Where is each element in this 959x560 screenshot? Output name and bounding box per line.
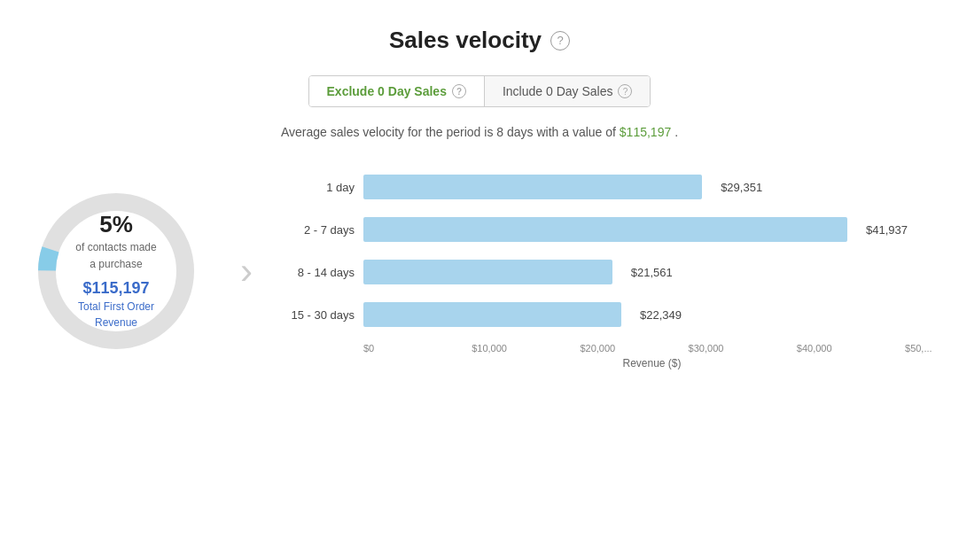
include-0-day-button[interactable]: Include 0 Day Sales ? bbox=[485, 76, 651, 106]
chart-section: 1 day$29,3512 - 7 days$41,9378 - 14 days… bbox=[279, 164, 940, 378]
bar-label: 15 - 30 days bbox=[279, 308, 355, 322]
arrow-section: › bbox=[240, 250, 253, 292]
bar-track: $21,561 bbox=[363, 260, 940, 284]
donut-center: 5% of contacts madea purchase $115,197 T… bbox=[75, 211, 156, 331]
bar-chart-grid: 1 day$29,3512 - 7 days$41,9378 - 14 days… bbox=[279, 173, 940, 329]
x-axis: $0$10,000$20,000$30,000$40,000$50,... bbox=[279, 343, 940, 354]
include-0-day-label: Include 0 Day Sales bbox=[503, 84, 613, 98]
bar-fill: $21,561 bbox=[363, 260, 612, 284]
summary-suffix: . bbox=[674, 125, 678, 139]
bar-value: $41,937 bbox=[866, 223, 908, 237]
bar-value: $21,561 bbox=[631, 266, 673, 279]
bar-fill: $41,937 bbox=[363, 217, 847, 242]
bar-row: 1 day$29,351 bbox=[279, 173, 940, 201]
summary-value: $115,197 bbox=[620, 125, 671, 139]
bar-fill: $22,349 bbox=[363, 302, 621, 327]
exclude-0-day-label: Exclude 0 Day Sales bbox=[327, 84, 447, 98]
bar-row: 2 - 7 days$41,937 bbox=[279, 215, 940, 244]
arrow-icon: › bbox=[240, 250, 253, 292]
summary-text: Average sales velocity for the period is… bbox=[281, 125, 678, 139]
page-container: Sales velocity ? Exclude 0 Day Sales ? I… bbox=[0, 0, 959, 560]
x-axis-label: Revenue ($) bbox=[279, 357, 940, 369]
exclude-help-icon[interactable]: ? bbox=[452, 84, 466, 98]
summary-prefix: Average sales velocity for the period is… bbox=[281, 125, 616, 139]
bar-fill: $29,351 bbox=[363, 175, 702, 199]
exclude-0-day-button[interactable]: Exclude 0 Day Sales ? bbox=[309, 76, 485, 106]
include-help-icon[interactable]: ? bbox=[618, 84, 632, 98]
x-tick: $20,000 bbox=[580, 343, 688, 354]
donut-chart: 5% of contacts madea purchase $115,197 T… bbox=[27, 183, 205, 360]
x-tick: $40,000 bbox=[797, 343, 905, 354]
page-title: Sales velocity bbox=[389, 27, 542, 54]
bar-label: 8 - 14 days bbox=[279, 266, 355, 279]
donut-section: 5% of contacts madea purchase $115,197 T… bbox=[19, 183, 214, 360]
toggle-row: Exclude 0 Day Sales ? Include 0 Day Sale… bbox=[308, 75, 651, 107]
x-tick: $30,000 bbox=[689, 343, 797, 354]
title-row: Sales velocity ? bbox=[389, 27, 570, 54]
bar-track: $22,349 bbox=[363, 302, 940, 327]
bar-row: 15 - 30 days$22,349 bbox=[279, 300, 940, 329]
donut-revenue: $115,197 bbox=[75, 279, 156, 298]
donut-label-contacts: of contacts madea purchase bbox=[75, 241, 156, 270]
bar-value: $22,349 bbox=[640, 308, 682, 322]
title-help-icon[interactable]: ? bbox=[550, 31, 570, 51]
x-tick: $50,... bbox=[905, 343, 940, 354]
bar-label: 2 - 7 days bbox=[279, 223, 355, 237]
bar-track: $41,937 bbox=[363, 217, 940, 242]
bar-value: $29,351 bbox=[721, 181, 762, 194]
x-tick: $10,000 bbox=[472, 343, 580, 354]
x-tick: $0 bbox=[363, 343, 472, 354]
bar-row: 8 - 14 days$21,561 bbox=[279, 258, 940, 286]
donut-label-revenue: Total First OrderRevenue bbox=[78, 300, 154, 330]
main-content: 5% of contacts madea purchase $115,197 T… bbox=[19, 164, 940, 378]
bar-track: $29,351 bbox=[363, 175, 940, 199]
bar-label: 1 day bbox=[279, 181, 355, 194]
donut-percent: 5% bbox=[75, 211, 156, 238]
